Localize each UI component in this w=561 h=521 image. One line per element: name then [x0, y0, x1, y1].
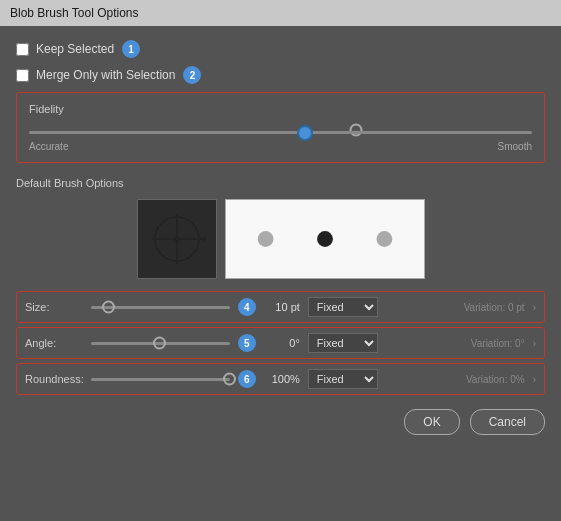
angle-row: Angle: 5 0° Fixed Random Pressure Variat…	[16, 327, 545, 359]
angle-slider-track[interactable]	[91, 342, 230, 345]
fidelity-max-label: Smooth	[498, 141, 532, 152]
fidelity-label: Fidelity	[29, 103, 64, 115]
title-bar-label: Blob Brush Tool Options	[10, 6, 139, 20]
brush-preview-area	[16, 199, 545, 279]
roundness-row: Roundness: 6 100% Fixed Random Pressure …	[16, 363, 545, 395]
size-variation: Variation: 0 pt	[386, 302, 525, 313]
size-dropdown[interactable]: Fixed Random Pressure	[308, 297, 378, 317]
svg-point-5	[174, 237, 179, 242]
size-slider-track[interactable]	[91, 306, 230, 309]
keep-selected-row: Keep Selected 1	[16, 40, 545, 58]
brush-params: Size: 4 10 pt Fixed Random Pressure Vari…	[16, 291, 545, 395]
roundness-arrow-icon: ›	[533, 374, 536, 385]
roundness-value: 100%	[264, 373, 300, 385]
buttons-row: OK Cancel	[16, 409, 545, 435]
roundness-variation: Variation: 0%	[386, 374, 525, 385]
brush-preview-right	[225, 199, 425, 279]
title-bar: Blob Brush Tool Options	[0, 0, 561, 26]
cancel-button[interactable]: Cancel	[470, 409, 545, 435]
keep-selected-badge: 1	[122, 40, 140, 58]
angle-dropdown[interactable]: Fixed Random Pressure	[308, 333, 378, 353]
angle-label: Angle:	[25, 337, 83, 349]
size-arrow-icon: ›	[533, 302, 536, 313]
keep-selected-checkbox[interactable]	[16, 43, 29, 56]
ok-button[interactable]: OK	[404, 409, 459, 435]
svg-point-8	[376, 231, 392, 247]
svg-marker-4	[203, 236, 207, 242]
fidelity-min-label: Accurate	[29, 141, 68, 152]
angle-variation: Variation: 0°	[386, 338, 525, 349]
roundness-badge: 6	[238, 370, 256, 388]
roundness-label: Roundness:	[25, 373, 83, 385]
size-value: 10 pt	[264, 301, 300, 313]
size-label: Size:	[25, 301, 83, 313]
roundness-slider-thumb[interactable]	[223, 373, 236, 386]
brush-dots-preview	[226, 199, 424, 279]
size-row: Size: 4 10 pt Fixed Random Pressure Vari…	[16, 291, 545, 323]
merge-only-badge: 2	[183, 66, 201, 84]
default-brush-title: Default Brush Options	[16, 177, 545, 189]
angle-arrow-icon: ›	[533, 338, 536, 349]
angle-badge: 5	[238, 334, 256, 352]
angle-value: 0°	[264, 337, 300, 349]
brush-preview-left	[137, 199, 217, 279]
fidelity-slider[interactable]	[29, 131, 532, 134]
roundness-slider-track[interactable]	[91, 378, 230, 381]
angle-slider-thumb[interactable]	[153, 337, 166, 350]
default-brush-options: Default Brush Options	[16, 177, 545, 395]
size-badge: 4	[238, 298, 256, 316]
size-slider-thumb[interactable]	[102, 301, 115, 314]
fidelity-section: Fidelity Accurate Smooth	[16, 92, 545, 163]
roundness-dropdown[interactable]: Fixed Random Pressure	[308, 369, 378, 389]
svg-point-6	[257, 231, 273, 247]
brush-crosshair-icon	[147, 209, 207, 269]
merge-only-checkbox[interactable]	[16, 69, 29, 82]
merge-only-row: Merge Only with Selection 2	[16, 66, 545, 84]
keep-selected-label: Keep Selected	[36, 42, 114, 56]
svg-point-7	[317, 231, 333, 247]
merge-only-label: Merge Only with Selection	[36, 68, 175, 82]
